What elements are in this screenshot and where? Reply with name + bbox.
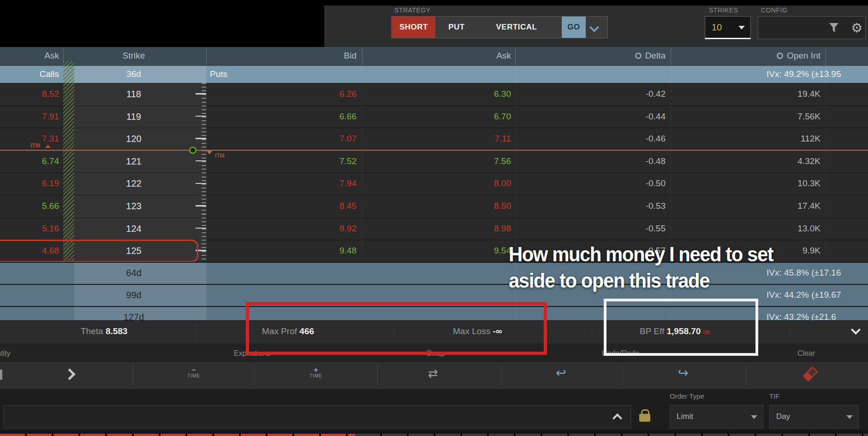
theta-metric: Theta 8.583 (81, 326, 127, 336)
delta-column-settings-icon[interactable] (635, 53, 642, 59)
put-bid-value[interactable]: 6.26 (231, 89, 357, 99)
redo-icon[interactable]: ↪ (678, 365, 689, 380)
quantity-increment-chevron-icon[interactable] (65, 370, 74, 380)
column-divider (826, 47, 826, 320)
expiration-row-36d[interactable]: Calls 36d Puts IVx: 49.2% (±13.95 (0, 66, 868, 83)
put-ask-value[interactable]: 8.50 (392, 201, 511, 211)
delta-value: -0.48 (553, 156, 666, 166)
progress-watched (0, 434, 355, 436)
open-int-column-settings-icon[interactable] (777, 53, 783, 59)
table-row: 8.52 118 6.26 6.30 -0.42 19.4K (0, 83, 868, 106)
call-ask-value[interactable]: 6.19 (0, 178, 59, 189)
call-ask-value[interactable]: 7.31 (0, 134, 59, 144)
put-bid-value[interactable]: 7.94 (231, 178, 357, 189)
strike-value[interactable]: 123 (74, 201, 193, 212)
strategy-vertical-button[interactable]: VERTICAL (478, 17, 555, 38)
gear-icon[interactable]: ⚙ (851, 20, 862, 35)
undo-icon[interactable]: ↩ (556, 365, 566, 380)
order-type-label: Order Type (670, 392, 704, 400)
call-ask-value[interactable]: 6.74 (0, 156, 59, 166)
bottom-strip (0, 430, 868, 434)
call-ask-value[interactable]: 5.66 (0, 201, 59, 211)
header-strike[interactable]: Strike (74, 51, 193, 61)
config-box: ⚙ (758, 16, 866, 39)
strategy-short-button[interactable]: SHORT (392, 17, 435, 38)
tif-dropdown[interactable]: Day (769, 405, 859, 428)
button-divider (623, 365, 623, 385)
strike-value[interactable]: 122 (74, 178, 193, 189)
dte-64d-label: 64d (74, 268, 193, 278)
video-progress-bar[interactable] (0, 434, 868, 436)
strike-value[interactable]: 120 (74, 134, 193, 144)
price-increase-chevron-icon[interactable] (614, 415, 621, 424)
itm-price-marker-icon (189, 147, 196, 154)
header-open-int[interactable]: Open Int (715, 51, 820, 61)
tif-label: TIF (769, 392, 780, 400)
config-section-label: CONFIG (761, 6, 787, 14)
put-ask-value[interactable]: 9.54 (392, 246, 511, 256)
put-ask-value[interactable]: 7.11 (392, 134, 511, 144)
delta-value: -0.42 (553, 89, 666, 99)
table-row: 7.31 120 7.07 7.11 -0.46 112K (0, 128, 868, 151)
strategy-put-button[interactable]: PUT (435, 17, 478, 38)
delta-value: -0.50 (553, 178, 666, 189)
strategy-section-label: STRATEGY (394, 6, 430, 14)
delta-value: -0.53 (553, 201, 666, 211)
call-ask-value[interactable]: 7.91 (0, 112, 59, 122)
dte-36d-label: 36d (74, 69, 193, 79)
strike-value[interactable]: 121 (74, 156, 193, 167)
tif-dropdown-arrow-icon (846, 415, 853, 419)
order-type-dropdown[interactable]: Limit (670, 405, 763, 428)
price-lock-icon-body[interactable] (639, 414, 650, 422)
red-highlight-box (246, 302, 547, 355)
put-bid-value[interactable]: 7.52 (231, 156, 357, 166)
put-bid-value[interactable]: 6.66 (231, 112, 357, 122)
trading-platform-screen: STRATEGY SHORT PUT VERTICAL GO STRIKES 1… (0, 0, 868, 436)
put-ask-value[interactable]: 7.56 (392, 156, 511, 166)
plus-time-button[interactable]: + TIME (288, 367, 344, 378)
put-bid-value[interactable]: 8.45 (231, 201, 357, 211)
table-row: 5.66 123 8.45 8.50 -0.53 17.4K (0, 195, 868, 218)
itm-down-triangle-icon (207, 151, 212, 154)
quantity-decrement-partial[interactable] (0, 370, 2, 380)
strikes-value: 10 (712, 22, 722, 33)
strategy-go-button[interactable]: GO (562, 17, 586, 38)
strike-value[interactable]: 119 (74, 112, 193, 122)
minus-time-button[interactable]: − TIME (166, 367, 221, 378)
summary-collapse-chevron-icon[interactable] (852, 326, 859, 335)
strategy-expand-chevron-icon[interactable] (591, 24, 598, 33)
price-input[interactable]: 4.66 (4, 405, 631, 428)
put-bid-value[interactable]: 9.48 (231, 246, 357, 256)
tif-value: Day (776, 412, 790, 421)
filter-icon[interactable] (829, 23, 838, 32)
put-bid-value[interactable]: 7.07 (231, 134, 357, 144)
button-divider (377, 365, 378, 385)
swap-icon[interactable]: ⇄ (428, 366, 438, 380)
itm-label-right: ITM (215, 153, 225, 159)
itm-label-left: ITM (30, 142, 40, 149)
call-ask-value[interactable]: 8.52 (0, 89, 59, 99)
open-int-value: 17.4K (715, 201, 820, 211)
open-int-value: 13.0K (715, 224, 820, 234)
strike-value[interactable]: 118 (74, 89, 193, 100)
clear-label[interactable]: Clear (797, 349, 815, 358)
open-int-value: 4.32K (715, 156, 820, 166)
strikes-dropdown-arrow-icon (738, 26, 745, 29)
header-put-ask[interactable]: Ask (392, 51, 511, 61)
strike-value[interactable]: 124 (74, 224, 193, 234)
order-type-dropdown-arrow-icon (751, 415, 757, 419)
itm-up-triangle-icon (45, 144, 51, 148)
put-ask-value[interactable]: 8.00 (392, 178, 511, 189)
put-ask-value[interactable]: 6.70 (392, 112, 511, 122)
ivx-36d: IVx: 49.2% (±13.95 (767, 69, 841, 79)
header-call-ask[interactable]: Ask (0, 51, 59, 61)
order-type-value: Limit (677, 412, 693, 421)
put-bid-value[interactable]: 8.92 (231, 224, 357, 234)
put-ask-value[interactable]: 8.98 (392, 224, 511, 234)
header-delta[interactable]: Delta (553, 51, 666, 61)
header-bid[interactable]: Bid (231, 51, 357, 61)
call-ask-value[interactable]: 5.16 (0, 224, 59, 234)
open-int-value: 112K (715, 134, 820, 144)
strikes-dropdown[interactable]: 10 (705, 16, 751, 39)
put-ask-value[interactable]: 6.30 (392, 89, 511, 99)
